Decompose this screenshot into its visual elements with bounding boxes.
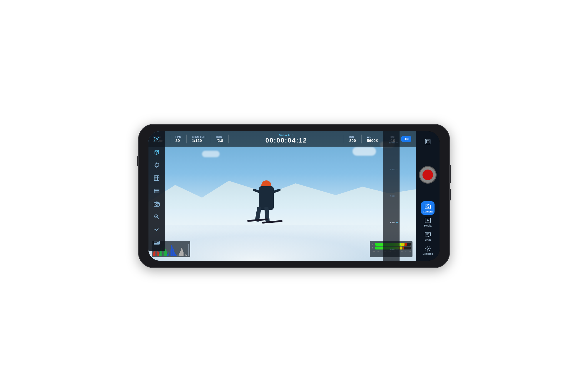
iris-value: f2.8 [216, 138, 223, 143]
skier-body [259, 186, 274, 210]
separator [211, 135, 211, 143]
fps-label: FPS [176, 135, 181, 138]
shutter-label: SHUTTER [192, 135, 206, 138]
scale-mark: -40 [377, 250, 380, 252]
face-detect-button[interactable] [151, 147, 162, 158]
svg-rect-25 [158, 242, 159, 244]
separator [170, 135, 170, 143]
svg-rect-7 [154, 176, 159, 181]
svg-rect-12 [154, 189, 159, 193]
separator [344, 135, 344, 143]
svg-rect-31 [426, 140, 429, 143]
autofocus-button[interactable]: A [151, 134, 162, 145]
scale-mark: -50 [372, 250, 375, 252]
settings-tab-label: Settings [422, 252, 433, 255]
scale-85-current: 85% [390, 221, 398, 224]
media-tab[interactable]: Media [421, 215, 435, 229]
fps-group: FPS 30 [176, 135, 181, 143]
camera-tab-label: Camera [423, 210, 432, 213]
scale-80: 80% [390, 248, 398, 251]
scale-90: 90% [390, 195, 398, 197]
ski [262, 220, 283, 224]
timecode-value: 00:00:04:12 [265, 137, 307, 144]
filmstrip-button[interactable] [151, 237, 162, 248]
svg-marker-35 [427, 219, 429, 221]
right-sidebar: Camera Media [416, 131, 440, 261]
camera-tab[interactable]: Camera [421, 201, 435, 215]
scale-mark: -10 [400, 250, 402, 252]
scale-mark: -5 [405, 250, 407, 252]
svg-point-16 [156, 203, 158, 205]
separator [228, 135, 229, 143]
hud-top-bar: LENS 24mm FPS 30 SHUTTER 1/120 IRIS f2.8 [148, 131, 416, 147]
record-indicator [422, 170, 433, 180]
frame-button[interactable] [421, 135, 435, 148]
power-button[interactable] [450, 165, 451, 183]
shutter-value: 1/120 [192, 138, 202, 143]
controls-panel: A [148, 131, 165, 251]
volume-button[interactable] [137, 156, 138, 166]
photo-camera-button[interactable] [151, 198, 162, 210]
on-badge: ON [401, 136, 412, 142]
svg-rect-23 [155, 242, 156, 244]
scale-mark: 0 [410, 250, 411, 252]
record-section [420, 150, 436, 200]
svg-line-19 [157, 217, 159, 219]
record-button[interactable] [420, 167, 436, 183]
iso-value: 800 [349, 138, 356, 143]
chat-tab-label: Chat [425, 238, 431, 241]
svg-point-17 [158, 203, 159, 204]
svg-point-33 [427, 206, 429, 208]
exposure-scale: 100% 95% 90% 85% 80% [383, 131, 400, 261]
svg-text:A: A [157, 138, 158, 139]
separator [361, 135, 362, 143]
settings-tab[interactable]: Settings [421, 244, 435, 257]
waveform-button[interactable] [151, 224, 162, 235]
timecode-container: Snow trip 00:00:04:12 [234, 134, 338, 144]
grid-button[interactable] [151, 172, 162, 184]
scale-100: 100% [389, 141, 398, 144]
camera-button[interactable] [450, 189, 451, 200]
chat-tab[interactable]: Chat [421, 229, 435, 243]
svg-rect-36 [425, 232, 430, 236]
camera-viewfinder[interactable]: LENS 24mm FPS 30 SHUTTER 1/120 IRIS f2.8 [148, 131, 416, 261]
svg-point-5 [156, 154, 157, 155]
wb-value: 5600K [367, 138, 379, 143]
exposure-button[interactable] [151, 160, 162, 171]
zoom-button[interactable] [151, 211, 162, 222]
svg-point-6 [155, 164, 158, 167]
overlay-button[interactable] [151, 185, 162, 197]
shutter-group: SHUTTER 1/120 [192, 135, 206, 143]
sidebar-top-section [416, 134, 440, 150]
separator [186, 135, 187, 143]
fps-value: 30 [176, 138, 180, 143]
audio-ch2-label: 2 [372, 247, 375, 249]
audio-ch1-label: 1 [372, 243, 375, 246]
iris-label: IRIS [216, 135, 222, 138]
skier-subject [250, 180, 285, 230]
iso-group: ISO 800 [349, 135, 356, 143]
svg-point-3 [156, 151, 156, 152]
svg-rect-24 [156, 242, 157, 244]
svg-rect-30 [425, 139, 430, 144]
svg-point-39 [427, 248, 429, 249]
iso-label: ISO [349, 135, 354, 138]
iris-group: IRIS f2.8 [216, 135, 223, 143]
wb-label: WB [367, 135, 372, 138]
media-tab-label: Media [424, 224, 432, 227]
phone-device: LENS 24mm FPS 30 SHUTTER 1/120 IRIS f2.8 [138, 124, 450, 268]
svg-point-4 [157, 151, 158, 152]
phone-screen: LENS 24mm FPS 30 SHUTTER 1/120 IRIS f2.8 [148, 131, 440, 261]
scale-95: 95% [390, 168, 398, 171]
cloud-decoration [353, 147, 376, 156]
cloud-decoration [202, 151, 220, 157]
sidebar-bottom-section: Camera Media [416, 200, 440, 258]
wb-group: WB 5600K [367, 135, 379, 143]
timecode-label: Snow trip [279, 134, 294, 137]
